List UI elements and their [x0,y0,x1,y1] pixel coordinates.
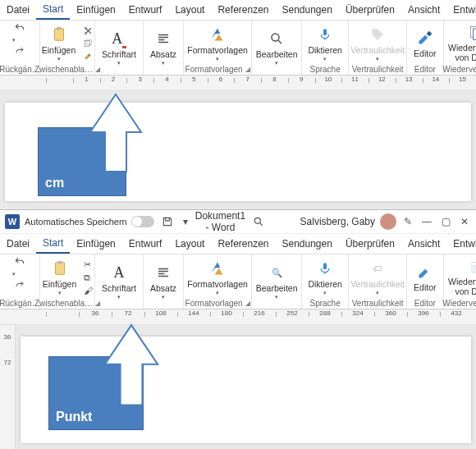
tag-icon [370,27,385,42]
font-button[interactable]: ASchriftart▾ [98,263,140,300]
ribbon-tabs: Datei Start Einfügen Entwurf Layout Refe… [0,0,476,21]
styles-button[interactable]: Formatvorlagen▾ [184,25,251,62]
editor-group-label: Editor [414,299,436,308]
clipboard-icon [51,259,69,277]
page[interactable]: cm [5,103,471,201]
ruler-mark: 36 [79,309,112,317]
svg-rect-12 [57,260,62,263]
font-button[interactable]: A Schriftart▾ [98,30,140,66]
copy-button[interactable] [80,39,96,49]
sensitivity-group-label: Vertraulichkeit [352,65,404,74]
tab-layout[interactable]: Layout [168,1,211,19]
styles-launcher[interactable]: ◢ [245,66,250,73]
ribbon-2: ▾Rückgän… Einfügen▾✂⧉🖌Zwischenabla…◢ ASc… [0,254,476,309]
tab-layout[interactable]: Layout [168,235,211,253]
cut-button[interactable]: ✂ [81,259,95,270]
autosave-label: Automatisches Speichern [25,217,127,227]
paragraph-button[interactable]: Absatz▾ [147,30,180,66]
sensitivity-group-label: Vertraulichkeit [352,299,404,308]
editor-button[interactable]: Editor [410,263,439,292]
redo-button[interactable] [11,280,29,290]
ruler-mark [46,76,73,83]
tab-sendungen[interactable]: Sendungen [276,1,339,19]
dictate-button[interactable]: Diktieren▾ [304,25,345,62]
page[interactable]: Punkt [21,337,471,443]
paste-button[interactable]: Einfügen▾ [39,25,79,62]
ruler-mark: 11 [341,76,368,83]
ruler-mark: 252 [276,309,309,317]
undo-button[interactable]: ▾ [10,256,30,277]
titlebar-search[interactable] [250,216,267,227]
svg-rect-7 [323,29,327,35]
ruler-mark: 10 [315,76,342,83]
sensitivity-button: Vertraulichkeit▾ [347,25,408,62]
tab-entwurf[interactable]: Entwurf [122,1,169,19]
save-button[interactable] [159,216,176,227]
dictate-button[interactable]: Diktieren▾ [304,259,345,296]
ruler-mark: 15 [449,76,476,83]
paragraph-button[interactable]: Absatz▾ [147,263,180,300]
titlebar-tryfeatures[interactable]: ✎ [401,216,414,227]
tab-entwicklertools[interactable]: Entwicklertools [446,1,476,19]
tab-entwicklertools[interactable]: Entwicklertools [446,235,476,253]
tab-start[interactable]: Start [36,234,70,254]
dictate-label: Diktieren [308,45,341,55]
tab-ansicht[interactable]: Ansicht [401,235,446,253]
user-avatar[interactable] [380,213,396,230]
ruler-mark: 14 [423,76,450,83]
format-painter-button[interactable] [80,52,96,62]
undo-icon [12,256,27,268]
up-arrow-shape[interactable] [101,323,162,417]
vertical-ruler[interactable]: 36 72 [0,325,16,449]
tab-ansicht[interactable]: Ansicht [401,1,446,19]
edit-button[interactable]: 🔍Bearbeiten▾ [253,263,301,300]
tab-datei[interactable]: Datei [0,1,36,19]
ruler-mark: 12 [368,76,396,83]
paste-button[interactable]: Einfügen▾ [39,259,80,296]
paragraph-icon [156,31,171,46]
up-arrow-shape[interactable] [87,93,144,183]
styles-button[interactable]: Formatvorlagen▾ [184,259,251,296]
reuse-files-button[interactable]: Wiederverwen von Dateie [445,24,476,62]
autosave-toggle[interactable]: Automatisches Speichern [25,216,154,227]
toggle-switch-icon [131,216,154,227]
microphone-icon [318,26,332,43]
qat-more[interactable]: ▾ [181,216,190,227]
tab-entwurf[interactable]: Entwurf [122,235,169,253]
tab-start[interactable]: Start [36,0,70,20]
tab-referenzen[interactable]: Referenzen [211,235,275,253]
cut-button[interactable] [80,25,96,36]
reuse-group-label: Wiederverwendun [442,299,476,308]
tab-referenzen[interactable]: Referenzen [211,1,275,19]
clipboard-group-label: Zwischenabla… [34,65,93,74]
tab-datei[interactable]: Datei [0,235,36,253]
tab-einfuegen[interactable]: Einfügen [70,1,121,19]
horizontal-ruler-pt[interactable]: 3672108144180216252288324360396432 [0,309,476,325]
undo-button[interactable]: ▾ [10,22,30,44]
reuse-label: Wiederverwen von Dateie [448,44,476,62]
edit-button[interactable]: Bearbeiten▾ [253,30,301,66]
reuse-files-button[interactable]: 📄Wiederverwen von Dateie [445,258,476,296]
tab-ueberpruefen[interactable]: Überprüfen [339,235,401,253]
editor-button[interactable]: Editor [410,29,439,58]
copy-button[interactable]: ⧉ [81,273,95,283]
window-maximize[interactable]: ▢ [439,216,453,227]
word-app-icon: W [5,214,20,229]
svg-rect-1 [57,26,62,30]
brush-icon [83,52,94,62]
tab-sendungen[interactable]: Sendungen [276,235,339,253]
edit-label: Bearbeiten [256,283,298,293]
tab-ueberpruefen[interactable]: Überprüfen [339,1,401,19]
format-painter-button[interactable]: 🖌 [81,286,95,296]
ruler-mark: 9 [288,76,315,83]
window-minimize[interactable]: — [419,216,434,227]
redo-button[interactable] [11,46,29,56]
font-label: Schriftart [102,283,136,293]
window-close[interactable]: ✕ [458,216,471,227]
tab-einfuegen[interactable]: Einfügen [70,235,121,253]
sensitivity-label: Vertraulichkeit [350,279,405,289]
styles-launcher[interactable]: ◢ [245,300,250,307]
horizontal-ruler-cm[interactable]: 123456789101112131415 [0,76,476,91]
editor-label: Editor [414,282,436,292]
font-label: Schriftart [102,49,136,59]
